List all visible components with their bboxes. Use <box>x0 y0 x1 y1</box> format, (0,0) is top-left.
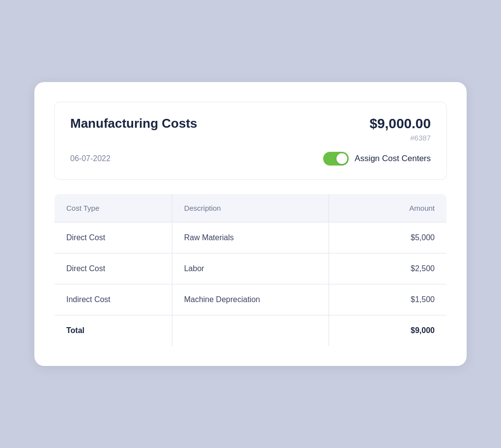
table-row: Indirect Cost Machine Depreciation $1,50… <box>55 284 447 315</box>
amount-cell: $2,500 <box>329 253 447 284</box>
header-top-row: Manufacturing Costs $9,000.00 #6387 <box>70 116 431 142</box>
amount-cell: $5,000 <box>329 223 447 253</box>
total-amount: $9,000.00 <box>369 116 431 132</box>
description-cell: Labor <box>172 253 329 284</box>
header-right: $9,000.00 #6387 <box>369 116 431 142</box>
description-cell: Machine Depreciation <box>172 284 329 315</box>
table-header: Cost Type Description Amount <box>55 194 447 223</box>
assign-cost-label: Assign Cost Centers <box>355 154 431 164</box>
cost-table: Cost Type Description Amount Direct Cost… <box>54 194 447 346</box>
col-header-description: Description <box>172 194 329 223</box>
table-row: Direct Cost Labor $2,500 <box>55 253 447 284</box>
total-amount-cell: $9,000 <box>329 315 447 346</box>
assign-cost-toggle[interactable] <box>323 152 349 166</box>
cost-type-cell: Direct Cost <box>55 223 172 253</box>
amount-cell: $1,500 <box>329 284 447 315</box>
cost-type-cell: Direct Cost <box>55 253 172 284</box>
total-label: Total <box>55 315 172 346</box>
total-row: Total $9,000 <box>55 315 447 346</box>
description-cell: Raw Materials <box>172 223 329 253</box>
total-description <box>172 315 329 346</box>
header-bottom-row: 06-07-2022 Assign Cost Centers <box>70 152 431 166</box>
table-row: Direct Cost Raw Materials $5,000 <box>55 223 447 253</box>
table-header-row: Cost Type Description Amount <box>55 194 447 223</box>
col-header-cost-type: Cost Type <box>55 194 172 223</box>
date-field: 06-07-2022 <box>70 154 111 163</box>
col-header-amount: Amount <box>329 194 447 223</box>
table-body: Direct Cost Raw Materials $5,000 Direct … <box>55 223 447 346</box>
header-card: Manufacturing Costs $9,000.00 #6387 06-0… <box>54 102 447 180</box>
cost-type-cell: Indirect Cost <box>55 284 172 315</box>
toggle-track <box>323 152 349 166</box>
page-title: Manufacturing Costs <box>70 116 197 131</box>
main-card: Manufacturing Costs $9,000.00 #6387 06-0… <box>34 82 467 366</box>
reference-number: #6387 <box>369 134 431 142</box>
toggle-thumb <box>336 153 347 164</box>
assign-cost-section: Assign Cost Centers <box>323 152 431 166</box>
